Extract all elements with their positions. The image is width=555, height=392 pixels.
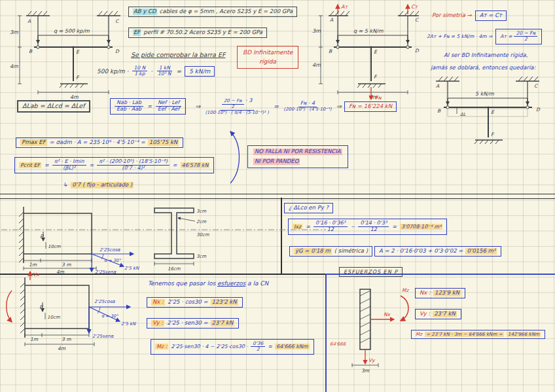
svg-text:A: A — [436, 83, 440, 89]
area-box: A = 2 · 0'16·0'03 + 0'3·0'02 = 0'0156 m² — [374, 246, 501, 257]
bar-name: EF — [133, 29, 141, 36]
symmetry-note: Por simetría → Aᴛ = Cᴛ — [432, 10, 507, 21]
compatibility-equation: ⇒ 20 − Fɴ2 · 3 (100·10⁹) · ( π/4 · (5·10… — [195, 98, 397, 115]
rigidity-note-1: Al ser BD Infinitamente rígida, — [444, 52, 528, 59]
svg-text:F: F — [491, 132, 495, 137]
reaction-at-label: Aᴛ — [341, 4, 348, 10]
sketch-vy-label: Vy — [368, 357, 376, 363]
mz-box: Mz : 2'25·sen30 · 4 − 2'25·cos30 · 0'362… — [151, 339, 314, 355]
force-label: 2'5 kN — [121, 321, 136, 327]
section-divider-horizontal — [0, 194, 555, 199]
corner-arrow-icon: ↳ — [63, 182, 67, 188]
dim-width: 16cm — [168, 266, 181, 272]
svg-text:C: C — [415, 17, 420, 23]
nx-box: Nx : 2'25 · cos30 = 123'2 kN — [147, 297, 243, 308]
sketch-nx-label: Nx — [384, 312, 391, 317]
support-a-hatch-icon — [330, 11, 349, 16]
svg-text:D: D — [536, 107, 541, 113]
label-b: B — [29, 48, 33, 54]
dim-10cm: 10cm — [47, 315, 60, 320]
esfuerzos-title: ESFUERZOS EN P — [339, 267, 403, 277]
force-sen-label: 2'25senα — [92, 334, 115, 339]
reaction-va-label: Vᴀ — [33, 272, 39, 277]
delta-l-label: ΔL — [460, 112, 467, 117]
svg-text:E: E — [374, 49, 378, 55]
force-cos-label: 2'25cosα — [94, 299, 116, 304]
dim-10cm: 10cm — [48, 244, 61, 249]
given-profile-box: EF perfil # 70.50.2 Acero S235 y E = 200… — [128, 27, 267, 38]
dim-flange-bottom: 3cm — [196, 254, 206, 259]
sketch-mz-label: Mz — [402, 287, 409, 293]
svg-text:3 m: 3 m — [62, 336, 71, 342]
pmax-box: Pmax EF = σadm · A = 235·10⁶ · 4'5·10⁻⁴ … — [16, 137, 183, 148]
svg-text:B: B — [329, 48, 332, 54]
svg-text:B: B — [437, 108, 441, 114]
support-f-hatch-icon — [474, 140, 499, 144]
support-a-hatch-icon — [439, 77, 458, 81]
svg-text:A: A — [330, 17, 334, 23]
svg-text:1m: 1m — [29, 262, 37, 268]
svg-text:3m: 3m — [312, 28, 321, 34]
cables-names: AB y CD — [133, 9, 157, 15]
beam-diagram-initial: A C q = 500 kp/m B D E F 4m 3m 4m — [8, 3, 132, 101]
cross-section-diagram: 3cm 2cm 30cm 3cm 16cm — [148, 202, 215, 274]
label-a: A — [27, 18, 31, 24]
ybar-box: ȳG = 0'18 m ( simétrica ) — [289, 246, 372, 257]
beta-note: ↳ 0'7 ( fijo - articulado ) — [63, 182, 134, 188]
moment-arc-icon — [7, 291, 12, 322]
section-forces-sketch: Nx Vy Mz 64'666 3m — [326, 280, 419, 375]
support-f-hatch-icon — [357, 84, 382, 88]
no-failure-box: NO FALLA NI POR RESISTENCIA NI POR PANDE… — [247, 145, 348, 168]
given-cables-box: AB y CD cables de φ = 5mm , Acero S235 y… — [128, 7, 297, 17]
conversion-lhs: 500 kp/m · — [97, 68, 129, 75]
symmetry-result-box: Aᴛ = Cᴛ — [475, 10, 507, 21]
task-note: Se pide comprobar la barra EF — [131, 52, 225, 59]
sketch-moment-arc-icon — [401, 296, 408, 321]
bar-spec: perfil # 70.50.2 Acero S235 y E = 200 GP… — [143, 29, 262, 36]
load-label: 5 kN/m — [475, 91, 494, 97]
rigidity-note-2: jamás se doblará, entonces quedaría: — [431, 65, 535, 71]
svg-text:D: D — [415, 48, 420, 54]
dim-flange-top: 3cm — [196, 209, 206, 214]
label-e: E — [76, 49, 80, 55]
cantilever-diagram: P 10cm 1m 3 m 4m 2'25cosα 2'5 kN 2'25sen… — [4, 200, 148, 275]
label-d: D — [115, 48, 120, 54]
equilibrium-note: 2Aᴛ + Fɴ = 5 kN/m · 4m ⇒ Aᴛ = 20 − Fɴ2 — [427, 29, 542, 45]
support-c-hatch-icon — [399, 11, 419, 16]
reaction-ct-label: Cᴛ — [411, 4, 419, 10]
label-f: F — [76, 75, 80, 80]
dim-web: 2cm — [196, 219, 206, 224]
svg-text:1m: 1m — [30, 336, 39, 342]
svg-text:4m: 4m — [312, 62, 321, 68]
wall-hatch-icon — [20, 283, 25, 333]
compatibility-box: ΔLab = ΔLcd = ΔLef — [17, 100, 90, 113]
question-box: ¿ ΔLco en Py ? — [284, 203, 333, 213]
angle-label: α = 30° — [101, 313, 118, 319]
support-f-hatch-icon — [60, 84, 84, 88]
ixz-box: Ixz = 0'16 · 0'36³12 − 0'14 · 0'3³12 = 3… — [288, 219, 447, 235]
wall-hatch-icon — [19, 212, 24, 262]
result-nx-box: Nx : 123'9 kN — [415, 288, 465, 298]
fn-result-box: Fɴ = 16'224 kN — [344, 101, 397, 112]
dim-web-height: 30cm — [196, 232, 209, 238]
sketch-dim: 3m — [361, 368, 370, 374]
cantilever-diagram-2: Vᴀ P 10cm 1m 3 m 4m 2'25cosα 2'5 kN 2'25… — [1, 268, 147, 373]
notebook-page: A C q = 500 kp/m B D E F 4m 3m 4m AB y C… — [0, 0, 555, 392]
svg-text:F: F — [374, 74, 378, 80]
beam-diagram-rigid: A C 5 kN/m B D ΔL E F — [429, 73, 554, 152]
support-c-hatch-icon — [98, 11, 118, 16]
result-mz-box: Mz = 23'7 kN · 3m − 64'666 kNm = 142'966… — [411, 330, 545, 339]
cables-spec: cables de φ = 5mm , Acero S235 y E = 200… — [160, 9, 293, 15]
at-result-box: Aᴛ = 20 − Fɴ2 — [495, 29, 542, 45]
load-label: q = 5 kN/m — [353, 28, 384, 34]
support-a-hatch-icon — [27, 11, 47, 16]
beam-outline — [25, 285, 89, 329]
section-hatch-icon — [360, 291, 370, 343]
svg-text:C: C — [534, 83, 539, 89]
force-cos-label: 2'25cosα — [99, 247, 121, 253]
unit-conversion: 500 kp/m · 10 N1 kp · 1 kN10³ N = 5 kN/m — [97, 65, 215, 77]
transfer-note: Tenemos que pasar los esfuerzos a la CN — [148, 280, 268, 287]
svg-text:3 m: 3 m — [62, 262, 71, 268]
beam-diagram-reactions: Aᴛ Cᴛ A C q = 5 kN/m B D E F 3m 4m 4 — [312, 0, 426, 108]
svg-text:4m: 4m — [58, 346, 66, 351]
